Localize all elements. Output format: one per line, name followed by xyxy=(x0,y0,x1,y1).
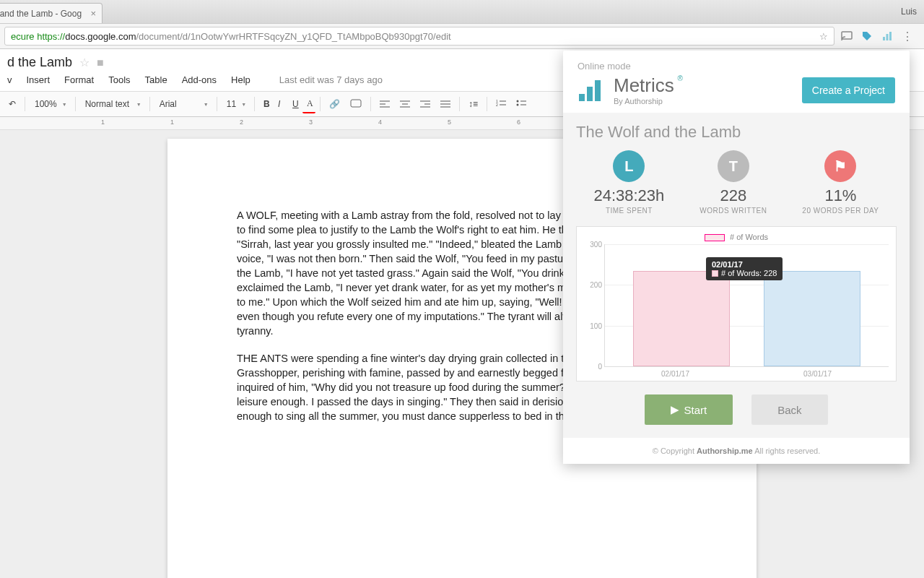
tab-close-icon[interactable]: × xyxy=(90,8,96,19)
start-button[interactable]: ▶ Start xyxy=(645,394,733,425)
svg-rect-25 xyxy=(579,94,585,101)
align-right-button[interactable] xyxy=(416,97,435,111)
url-scheme: https:// xyxy=(37,31,65,42)
stat-goal: ⚑ 11% 20 WORDS PER DAY xyxy=(802,150,879,215)
legend-swatch xyxy=(705,234,725,241)
svg-rect-1 xyxy=(883,37,885,40)
folder-icon[interactable]: ■ xyxy=(97,56,104,69)
stat-words: T 228 WORDS WRITTEN xyxy=(699,150,767,215)
y-tick-300: 300 xyxy=(585,241,602,249)
y-tick-100: 100 xyxy=(585,322,602,329)
browser-menu-icon[interactable]: ⋮ xyxy=(901,30,914,43)
bar-0[interactable] xyxy=(633,271,730,366)
metrics-extension-icon[interactable] xyxy=(881,30,894,43)
zoom-select[interactable]: 100% xyxy=(30,96,71,112)
bullet-list-button[interactable] xyxy=(512,97,531,111)
time-spent-value: 24:38:23h xyxy=(593,186,664,205)
tooltip-swatch xyxy=(712,270,718,277)
x-label-1: 03/01/17 xyxy=(803,370,832,378)
bookmark-star-icon[interactable]: ☆ xyxy=(819,31,828,42)
url-path: /document/d/1nOotwYwrHRTFSqcyZN_y1QFD_Tt… xyxy=(136,31,450,42)
tooltip-date: 02/01/17 xyxy=(712,260,777,269)
extension-footer: © Copyright Authorship.me All rights res… xyxy=(563,438,910,464)
address-bar: ecure https://docs.google.com/document/d… xyxy=(0,23,924,49)
bar-1[interactable] xyxy=(764,271,860,366)
extension-icons: ⋮ xyxy=(834,30,920,43)
star-icon[interactable]: ☆ xyxy=(79,56,90,69)
align-left-button[interactable] xyxy=(375,97,394,111)
metrics-extension-panel: Online mode Metrics® By Authorship Creat… xyxy=(563,51,910,464)
link-button[interactable]: 🔗 xyxy=(325,96,344,112)
tag-icon[interactable] xyxy=(860,30,873,43)
font-select[interactable]: Arial xyxy=(154,96,212,112)
words-written-value: 228 xyxy=(699,186,767,205)
menu-tools[interactable]: Tools xyxy=(108,74,130,85)
menu-addons[interactable]: Add-ons xyxy=(182,74,217,85)
svg-rect-3 xyxy=(889,32,892,40)
svg-rect-27 xyxy=(595,80,601,101)
words-chart: # of Words 300 200 100 0 02/01/17 # of W… xyxy=(576,226,897,381)
undo-button[interactable]: ↶ xyxy=(4,96,20,112)
flag-icon: ⚑ xyxy=(824,150,856,182)
tracked-doc-title: The Wolf and the Lamb xyxy=(576,123,897,142)
stat-time: L 24:38:23h TIME SPENT xyxy=(593,150,664,215)
chart-legend: # of Words xyxy=(584,233,889,241)
browser-user: Luis xyxy=(901,7,924,17)
goal-pct-label: 20 WORDS PER DAY xyxy=(802,207,879,215)
italic-button[interactable]: I xyxy=(274,96,287,112)
svg-text:2: 2 xyxy=(496,103,498,107)
underline-button[interactable]: U xyxy=(288,96,301,112)
tooltip-value: # of Words: 228 xyxy=(721,269,777,277)
url-secure-label: ecure xyxy=(11,31,35,42)
text-color-button[interactable]: A xyxy=(302,95,315,113)
menu-table[interactable]: Table xyxy=(145,74,167,85)
browser-tab-strip: f and the Lamb - Goog × Luis xyxy=(0,0,924,23)
back-button[interactable]: Back xyxy=(751,394,827,425)
svg-rect-26 xyxy=(587,87,593,101)
browser-tab[interactable]: f and the Lamb - Goog × xyxy=(0,3,103,23)
cast-icon[interactable] xyxy=(840,30,853,43)
bold-button[interactable]: B xyxy=(259,96,272,112)
goal-pct-value: 11% xyxy=(802,186,879,205)
clock-icon: L xyxy=(613,150,645,182)
create-project-button[interactable]: Create a Project xyxy=(802,77,895,103)
svg-point-21 xyxy=(517,100,519,103)
chart-plot-area: 300 200 100 0 02/01/17 # of Words: 228 xyxy=(604,244,889,367)
y-tick-200: 200 xyxy=(585,281,602,289)
numbered-list-button[interactable]: 12 xyxy=(492,97,510,111)
menu-insert[interactable]: Insert xyxy=(27,74,51,85)
comment-button[interactable] xyxy=(346,96,366,112)
legend-label: # of Words xyxy=(730,233,768,241)
metrics-logo-icon xyxy=(578,78,606,103)
align-center-button[interactable] xyxy=(396,97,414,111)
menu-view[interactable]: v xyxy=(7,74,12,85)
style-select[interactable]: Normal text xyxy=(80,96,145,112)
brand-byline: By Authorship xyxy=(614,97,674,105)
svg-point-23 xyxy=(517,104,519,106)
svg-rect-4 xyxy=(351,100,361,107)
menu-help[interactable]: Help xyxy=(231,74,250,85)
line-spacing-button[interactable]: ↕≡ xyxy=(464,96,482,112)
text-icon: T xyxy=(718,150,749,182)
brand-name: Metrics® xyxy=(614,74,674,97)
fontsize-select[interactable]: 11 xyxy=(222,96,250,112)
connection-mode: Online mode xyxy=(578,61,895,72)
chart-tooltip: 02/01/17 # of Words: 228 xyxy=(706,257,783,280)
align-justify-button[interactable] xyxy=(436,97,455,111)
last-edit-label[interactable]: Last edit was 7 days ago xyxy=(279,74,383,85)
tab-title: f and the Lamb - Goog xyxy=(0,9,82,19)
menu-format[interactable]: Format xyxy=(64,74,94,85)
svg-rect-2 xyxy=(886,34,889,40)
url-host: docs.google.com xyxy=(65,31,136,42)
time-spent-label: TIME SPENT xyxy=(593,207,664,215)
document-title[interactable]: d the Lamb xyxy=(7,55,72,70)
url-input[interactable]: ecure https://docs.google.com/document/d… xyxy=(4,27,834,46)
y-tick-0: 0 xyxy=(585,363,602,371)
words-written-label: WORDS WRITTEN xyxy=(699,207,767,215)
x-label-0: 02/01/17 xyxy=(661,370,689,378)
